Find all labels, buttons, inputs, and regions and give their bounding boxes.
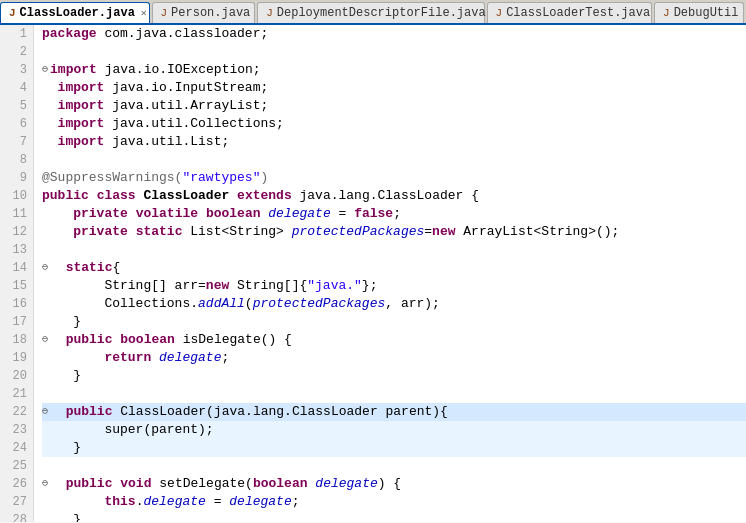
code-line-1: package com.java.classloader; xyxy=(42,25,746,43)
tab-bar: J ClassLoader.java ✕ J Person.java J Dep… xyxy=(0,0,746,25)
code-line-21 xyxy=(42,385,746,403)
code-line-7: import java.util.List; xyxy=(42,133,746,151)
code-line-5: import java.util.ArrayList; xyxy=(42,97,746,115)
code-line-16: Collections.addAll(protectedPackages, ar… xyxy=(42,295,746,313)
tab-person-java[interactable]: J Person.java xyxy=(152,2,256,23)
code-line-14: ⊖ static{ xyxy=(42,259,746,277)
close-icon[interactable]: ✕ xyxy=(141,7,147,19)
code-line-25 xyxy=(42,457,746,475)
code-line-9: @SuppressWarnings("rawtypes") xyxy=(42,169,746,187)
file-icon: J xyxy=(663,7,670,19)
tab-deploymentdescriptor-java[interactable]: J DeploymentDescriptorFile.java xyxy=(257,2,484,23)
code-line-26: ⊖ public void setDelegate(boolean delega… xyxy=(42,475,746,493)
code-line-13 xyxy=(42,241,746,259)
code-line-20: } xyxy=(42,367,746,385)
code-line-28: } xyxy=(42,511,746,522)
tab-label: DeploymentDescriptorFile.java xyxy=(277,6,486,20)
code-area: 1 2 3 4 5 6 7 8 9 10 11 12 13 14 15 16 1… xyxy=(0,25,746,522)
code-line-17: } xyxy=(42,313,746,331)
code-line-15: String[] arr=new String[]{"java."}; xyxy=(42,277,746,295)
code-lines: package com.java.classloader; ⊖import ja… xyxy=(34,25,746,522)
code-line-27: this.delegate = delegate; xyxy=(42,493,746,511)
code-line-22: ⊖ public ClassLoader(java.lang.ClassLoad… xyxy=(42,403,746,421)
tab-label: ClassLoaderTest.java xyxy=(506,6,650,20)
tab-label: DebugUtil xyxy=(674,6,739,20)
code-line-3: ⊖import java.io.IOException; xyxy=(42,61,746,79)
file-icon: J xyxy=(9,7,16,19)
code-line-12: private static List<String> protectedPac… xyxy=(42,223,746,241)
file-icon: J xyxy=(496,7,503,19)
line-numbers: 1 2 3 4 5 6 7 8 9 10 11 12 13 14 15 16 1… xyxy=(0,25,34,522)
code-line-4: import java.io.InputStream; xyxy=(42,79,746,97)
code-line-11: private volatile boolean delegate = fals… xyxy=(42,205,746,223)
tab-classloader-java[interactable]: J ClassLoader.java ✕ xyxy=(0,2,150,23)
editor[interactable]: 1 2 3 4 5 6 7 8 9 10 11 12 13 14 15 16 1… xyxy=(0,25,746,522)
code-line-24: } xyxy=(42,439,746,457)
file-icon: J xyxy=(266,7,273,19)
code-line-19: return delegate; xyxy=(42,349,746,367)
tab-debugutil-java[interactable]: J DebugUtil xyxy=(654,2,744,23)
tab-classloadertest-java[interactable]: J ClassLoaderTest.java xyxy=(487,2,653,23)
code-line-2 xyxy=(42,43,746,61)
code-line-8 xyxy=(42,151,746,169)
tab-label: ClassLoader.java xyxy=(20,6,135,20)
code-line-10: public class ClassLoader extends java.la… xyxy=(42,187,746,205)
code-line-6: import java.util.Collections; xyxy=(42,115,746,133)
code-line-18: ⊖ public boolean isDelegate() { xyxy=(42,331,746,349)
tab-label: Person.java xyxy=(171,6,250,20)
code-line-23: super(parent); xyxy=(42,421,746,439)
file-icon: J xyxy=(161,7,168,19)
